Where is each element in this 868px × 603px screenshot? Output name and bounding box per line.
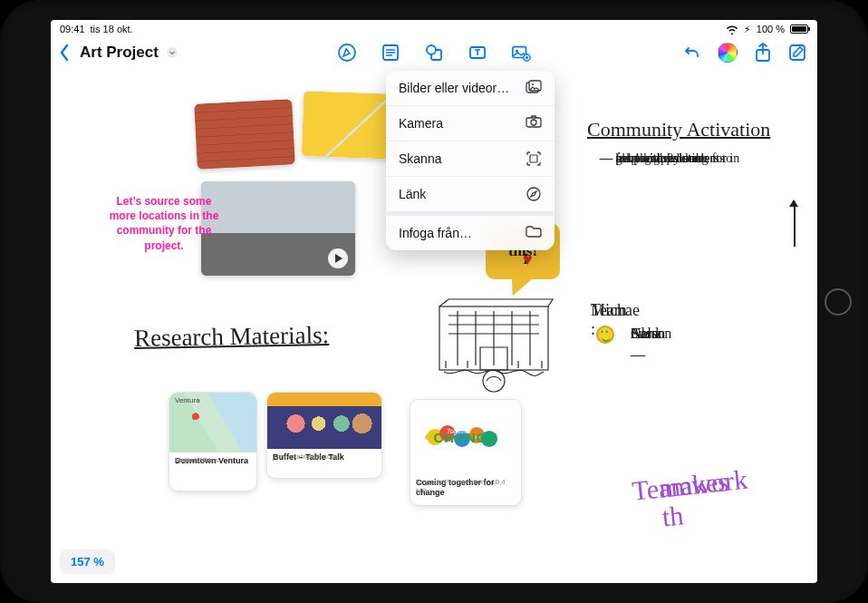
svg-point-15: [531, 120, 536, 125]
card-change[interactable]: Coming Together for CHANGE: [410, 399, 522, 506]
menu-item-label: Bilder eller videor…: [399, 81, 509, 95]
menu-item-camera[interactable]: Kamera: [386, 106, 555, 141]
status-charging-icon: ⚡︎: [744, 24, 751, 35]
wifi-icon: [726, 24, 738, 34]
folder-icon: [526, 225, 542, 241]
text-note-pink[interactable]: Let’s source some more locations in the …: [103, 194, 225, 253]
battery-icon: [790, 24, 808, 34]
menu-item-label: Länk: [399, 187, 426, 201]
team-leader-name: Michae: [591, 301, 640, 320]
title-chevron-icon[interactable]: [166, 46, 178, 59]
speech-bubble-tail: [507, 274, 533, 299]
svg-point-13: [532, 83, 534, 85]
handwriting-note-line: for photos?: [600, 149, 673, 169]
back-button[interactable]: [56, 40, 72, 65]
smiley-sticker[interactable]: [596, 326, 614, 344]
text-box-tool-icon[interactable]: [468, 43, 487, 63]
battery-percent: 100 %: [757, 24, 785, 34]
play-icon[interactable]: [328, 248, 348, 268]
menu-item-label: Infoga från…: [399, 226, 472, 240]
status-date: tis 18 okt.: [91, 24, 133, 34]
sticky-note-tool-icon[interactable]: [381, 43, 400, 63]
camera-icon: [526, 115, 542, 131]
card-sub: Keynote Presentation · 10,4 MB: [416, 478, 516, 496]
svg-point-0: [167, 47, 178, 58]
zoom-level-chip[interactable]: 157 %: [60, 550, 115, 574]
menu-item-photos-videos[interactable]: Bilder eller videor…: [386, 71, 555, 106]
svg-point-4: [427, 45, 436, 54]
poster-big-word: CHANGE: [433, 430, 497, 445]
status-time: 09:41: [60, 24, 85, 34]
new-board-button[interactable]: [788, 44, 806, 62]
menu-item-link[interactable]: Länk: [386, 177, 555, 212]
sketch-building[interactable]: [426, 297, 562, 397]
card-buffet[interactable]: Buffet – Table Talk joinourtabletalk.com: [266, 392, 382, 479]
team-member: Aled: [631, 323, 659, 365]
photo-library-icon: [526, 80, 542, 96]
safari-icon: [526, 186, 542, 202]
card-map[interactable]: Ventura Downtown Ventura Ventura CA Unit…: [169, 392, 257, 491]
screen: 09:41 tis 18 okt. ⚡︎ 100 % Art Projec: [51, 20, 817, 583]
hand-arrow: [783, 201, 796, 247]
navbar: Art Project: [51, 36, 817, 69]
handwriting-community-heading[interactable]: Community Activation: [587, 118, 770, 141]
status-bar: 09:41 tis 18 okt. ⚡︎ 100 %: [51, 20, 817, 36]
ipad-home-button[interactable]: [825, 288, 852, 316]
board-title[interactable]: Art Project: [76, 44, 162, 62]
toolbar: [337, 43, 531, 63]
map-thumbnail: Ventura: [169, 393, 256, 452]
undo-button[interactable]: [683, 44, 701, 62]
photo-yellow-building[interactable]: [302, 91, 398, 160]
poster: Coming Together for CHANGE: [418, 405, 514, 469]
svg-rect-16: [530, 155, 537, 162]
menu-item-scan[interactable]: Skanna: [386, 141, 555, 177]
pen-tool-icon[interactable]: [337, 43, 357, 63]
menu-item-label: Skanna: [399, 151, 441, 166]
map-pin-label: Ventura: [175, 396, 200, 404]
color-palette-button[interactable]: [718, 43, 738, 63]
svg-point-1: [339, 44, 355, 61]
menu-item-label: Kamera: [399, 116, 443, 131]
insert-media-tool-icon[interactable]: [511, 43, 531, 63]
share-button[interactable]: [754, 44, 772, 62]
buffet-thumbnail: [267, 393, 381, 449]
menu-item-insert-from[interactable]: Infoga från…: [386, 212, 555, 250]
shapes-tool-icon[interactable]: [424, 43, 444, 63]
teamwork-line: makes th: [658, 467, 733, 531]
photo-brick-wall[interactable]: [194, 99, 295, 170]
change-thumbnail: Coming Together for CHANGE: [410, 400, 521, 474]
svg-point-17: [527, 188, 540, 200]
svg-rect-10: [790, 45, 805, 60]
handwriting-research-heading[interactable]: Research Materials:: [134, 321, 330, 353]
card-sub: joinourtabletalk.com: [273, 452, 337, 462]
scan-icon: [526, 151, 542, 167]
insert-menu: Bilder eller videor… Kamera Skanna Länk: [386, 71, 555, 250]
ipad-frame: 09:41 tis 18 okt. ⚡︎ 100 % Art Projec: [0, 0, 868, 603]
